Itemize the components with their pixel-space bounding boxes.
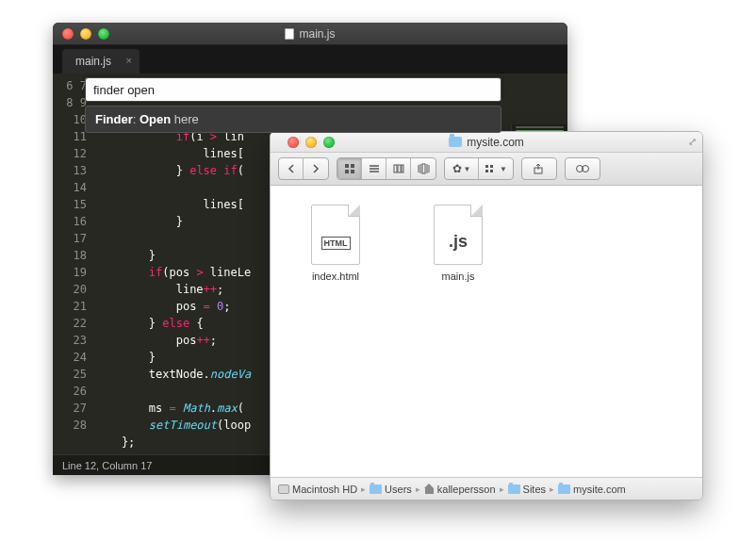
folder-icon	[449, 137, 462, 147]
editor-tab[interactable]: main.js ×	[62, 49, 140, 74]
suggestion-text-rest: here	[174, 112, 199, 126]
finder-toolbar: ✿▼ ▼	[271, 153, 702, 186]
path-label: Users	[385, 484, 412, 495]
folder-icon	[370, 484, 382, 494]
path-separator-icon: ▸	[500, 484, 504, 494]
svg-rect-2	[345, 170, 349, 173]
finder-titlebar[interactable]: mysite.com ⤢	[271, 132, 702, 153]
cursor-position-label: Line 12, Column 17	[62, 460, 152, 471]
chevron-down-icon: ▼	[500, 165, 507, 173]
nav-back-forward	[278, 157, 329, 180]
path-item[interactable]: Sites	[508, 484, 546, 495]
svg-rect-17	[485, 170, 488, 172]
chevron-down-icon: ▼	[464, 165, 471, 173]
command-palette-input[interactable]	[85, 77, 501, 102]
svg-rect-15	[485, 165, 488, 168]
share-segment	[521, 157, 557, 180]
gear-icon: ✿	[452, 162, 462, 175]
suggestion-text-prefix: Finder	[95, 112, 133, 126]
finder-content-area[interactable]: HTMLindex.html.jsmain.js	[271, 186, 702, 477]
path-separator-icon: ▸	[550, 484, 554, 494]
folder-icon	[558, 484, 570, 494]
chevron-left-icon	[288, 164, 295, 173]
chevron-right-icon	[312, 164, 320, 173]
share-icon	[533, 163, 546, 174]
tags-segment	[565, 157, 600, 180]
editor-tabbar: main.js ×	[53, 45, 567, 74]
harddrive-icon	[278, 484, 289, 494]
file-name-label: index.html	[293, 271, 378, 282]
forward-button[interactable]	[304, 158, 328, 179]
svg-rect-7	[394, 165, 397, 172]
svg-rect-8	[398, 165, 401, 172]
path-separator-icon: ▸	[416, 484, 420, 494]
svg-rect-16	[490, 165, 493, 168]
tags-button[interactable]	[566, 158, 600, 179]
icon-view-button[interactable]	[337, 158, 362, 179]
column-view-button[interactable]	[386, 158, 411, 179]
path-label: Macintosh HD	[292, 484, 357, 495]
svg-rect-18	[490, 170, 493, 172]
zoom-window-button[interactable]	[323, 137, 335, 148]
command-palette: Finder: Open here	[85, 77, 501, 133]
finder-pathbar: Macintosh HD▸Users▸kallepersson▸Sites▸my…	[271, 477, 702, 500]
editor-window-title: main.js	[53, 27, 567, 41]
editor-titlebar[interactable]: main.js	[53, 23, 567, 45]
home-icon	[424, 484, 435, 494]
svg-rect-12	[422, 164, 425, 173]
finder-title-text: mysite.com	[467, 136, 524, 149]
action-segment: ✿▼ ▼	[444, 157, 514, 180]
path-label: kallepersson	[437, 484, 496, 495]
document-icon	[285, 28, 294, 40]
arrange-icon	[485, 164, 498, 173]
file-icon: .js	[434, 205, 483, 265]
path-label: Sites	[523, 484, 546, 495]
file-type-glyph: .js	[449, 232, 468, 252]
svg-rect-3	[351, 170, 354, 173]
fullscreen-icon[interactable]: ⤢	[688, 136, 697, 148]
path-label: mysite.com	[573, 484, 626, 495]
command-palette-suggestion[interactable]: Finder: Open here	[85, 106, 501, 133]
path-item[interactable]: Users	[370, 484, 412, 495]
arrange-menu-button[interactable]: ▼	[479, 158, 513, 179]
file-item[interactable]: .jsmain.js	[416, 205, 501, 282]
finder-window-title: mysite.com	[449, 136, 524, 149]
path-item[interactable]: Macintosh HD	[278, 484, 357, 495]
share-button[interactable]	[522, 158, 556, 179]
path-item[interactable]: kallepersson	[424, 484, 496, 495]
svg-rect-1	[351, 164, 354, 168]
columns-icon	[393, 163, 404, 174]
file-icon: HTML	[311, 205, 360, 265]
file-name-label: main.js	[416, 271, 501, 282]
file-type-glyph: HTML	[321, 237, 351, 250]
list-icon	[369, 163, 380, 174]
folder-icon	[508, 484, 520, 494]
path-separator-icon: ▸	[361, 484, 366, 494]
close-tab-icon[interactable]: ×	[126, 55, 132, 66]
back-button[interactable]	[279, 158, 304, 179]
suggestion-text-bold: Open	[140, 112, 171, 126]
list-view-button[interactable]	[362, 158, 386, 179]
view-mode-segment	[337, 157, 436, 180]
coverflow-view-button[interactable]	[411, 158, 436, 179]
path-item[interactable]: mysite.com	[558, 484, 626, 495]
editor-tab-label: main.js	[75, 55, 111, 68]
svg-rect-0	[345, 164, 349, 168]
grid-icon	[344, 163, 355, 174]
action-menu-button[interactable]: ✿▼	[445, 158, 479, 179]
minimize-window-button[interactable]	[305, 137, 317, 148]
editor-title-text: main.js	[299, 27, 335, 41]
coverflow-icon	[417, 163, 430, 174]
close-window-button[interactable]	[288, 137, 299, 148]
svg-rect-9	[402, 165, 403, 172]
tag-icon	[575, 164, 590, 173]
finder-window: mysite.com ⤢ ✿▼ ▼ HTMLindex.html.jsmain.…	[270, 131, 703, 501]
file-item[interactable]: HTMLindex.html	[293, 205, 378, 282]
